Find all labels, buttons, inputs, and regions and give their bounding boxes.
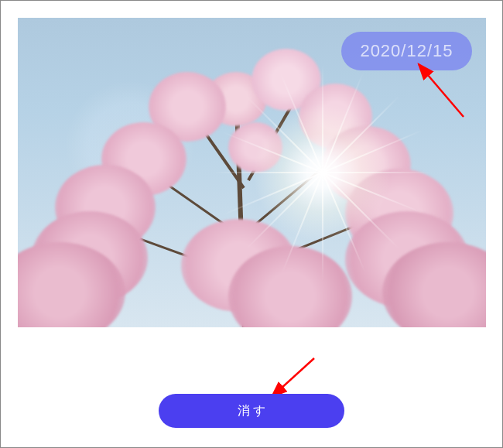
svg-line-3 xyxy=(272,358,314,397)
photo-preview: 2020/12/15 xyxy=(18,18,486,327)
erase-button[interactable]: 消す xyxy=(159,394,344,428)
date-watermark-badge[interactable]: 2020/12/15 xyxy=(341,32,471,70)
sun-glow xyxy=(252,103,392,242)
